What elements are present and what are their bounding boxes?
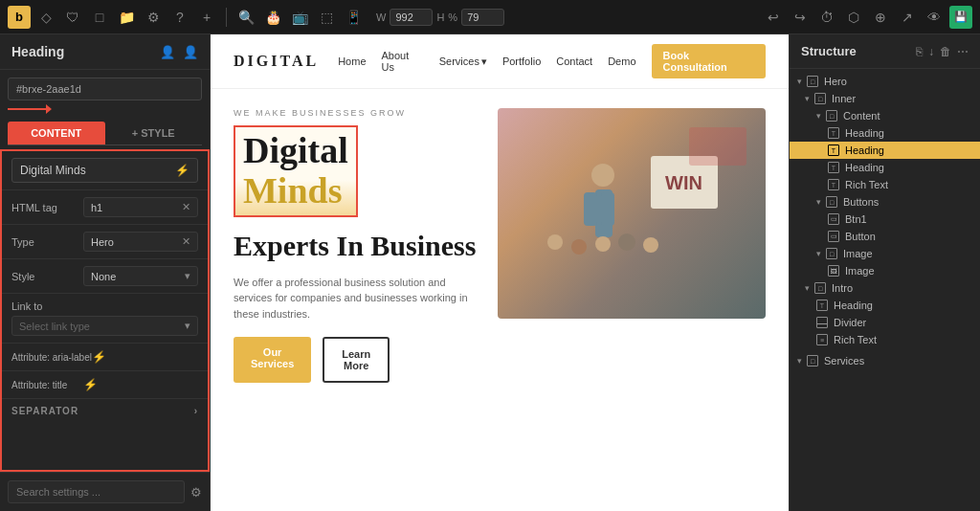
hero-buttons: Our Services Learn More: [234, 337, 479, 383]
tree-item-button[interactable]: ▭ Button: [790, 228, 980, 245]
tree-item-buttons[interactable]: ▾ □ Buttons: [790, 193, 980, 211]
nav-cta-button[interactable]: Book Consultation: [652, 44, 766, 78]
heading1-t-icon: T: [828, 127, 839, 139]
nav-demo[interactable]: Demo: [608, 56, 635, 67]
folder-icon[interactable]: 📁: [115, 6, 138, 29]
hero-chevron: ▾: [797, 77, 802, 86]
content-tab[interactable]: CONTENT: [8, 122, 105, 144]
monitor-icon[interactable]: 📺: [288, 6, 311, 29]
gear-icon[interactable]: ⚙: [142, 6, 165, 29]
html-tag-clear[interactable]: ✕: [182, 201, 190, 213]
wp-icon[interactable]: ⊕: [869, 6, 892, 29]
heading-arrow[interactable]: ⚡: [175, 164, 189, 177]
services-chevron: ▾: [797, 356, 802, 366]
attr-aria-btn[interactable]: ⚡: [92, 350, 106, 364]
search-icon[interactable]: 🔍: [234, 6, 257, 29]
hero-heading-selected[interactable]: Digital Minds: [234, 125, 358, 217]
layers-icon[interactable]: ⬚: [315, 6, 338, 29]
tree-item-intro[interactable]: ▾ □ Intro: [790, 279, 980, 297]
add-icon[interactable]: +: [195, 6, 218, 29]
link-chevron[interactable]: ▾: [185, 320, 190, 332]
type-value[interactable]: Hero ✕: [83, 232, 198, 252]
nav-services[interactable]: Services▾: [439, 56, 487, 68]
style-value[interactable]: None ▾: [83, 266, 198, 286]
svg-point-6: [571, 239, 587, 255]
heading-value-row: Digital Minds ⚡: [2, 151, 208, 190]
percent-input[interactable]: [461, 9, 504, 26]
pointer-icon[interactable]: ◇: [34, 6, 57, 29]
our-services-button[interactable]: Our Services: [234, 337, 311, 383]
tree-label-inner: Inner: [832, 93, 856, 104]
buttons-chevron: ▾: [816, 197, 821, 207]
width-input[interactable]: [390, 9, 433, 26]
nav-portfolio[interactable]: Portfolio: [502, 56, 541, 67]
btn1-icon: ▭: [828, 213, 839, 225]
tree-item-intro-heading[interactable]: T Heading: [790, 297, 980, 314]
heading-value-field[interactable]: Digital Minds ⚡: [11, 158, 198, 183]
eye-icon[interactable]: 👁: [923, 6, 946, 29]
nav-contact[interactable]: Contact: [556, 56, 592, 67]
style-clear[interactable]: ▾: [185, 270, 190, 282]
svg-rect-3: [584, 192, 597, 226]
id-field: [8, 78, 202, 114]
tree-item-image-container[interactable]: ▾ □ Image: [790, 245, 980, 262]
person-icon[interactable]: 👤: [160, 45, 175, 59]
search-gear-icon[interactable]: ⚙: [190, 485, 202, 500]
tree-item-btn1[interactable]: ▭ Btn1: [790, 211, 980, 228]
copy-icon[interactable]: ⎘: [916, 45, 923, 58]
undo-icon[interactable]: ↩: [762, 6, 785, 29]
type-row: Type Hero ✕: [2, 225, 208, 259]
type-clear[interactable]: ✕: [182, 235, 190, 248]
history-icon[interactable]: ⏱: [815, 6, 838, 29]
separator-row[interactable]: SEPARATOR ›: [2, 399, 208, 423]
redo-icon[interactable]: ↪: [789, 6, 812, 29]
app-logo[interactable]: b: [8, 6, 31, 29]
layers2-icon[interactable]: ⬡: [842, 6, 865, 29]
button-icon: ▭: [828, 231, 839, 242]
html-tag-value[interactable]: h1 ✕: [83, 197, 198, 217]
svg-point-1: [591, 164, 614, 187]
tree-item-hero[interactable]: ▾ □ Hero: [790, 73, 980, 90]
canvas-inner: DIGITAL Home About Us Services▾ Portfoli…: [211, 34, 789, 511]
search-input[interactable]: [8, 480, 185, 503]
learn-more-button[interactable]: Learn More: [323, 337, 390, 383]
svg-point-5: [547, 234, 563, 250]
nav-home[interactable]: Home: [338, 56, 366, 67]
download-icon[interactable]: ↓: [928, 45, 934, 58]
heading-text: Digital Minds: [20, 164, 86, 177]
help-icon[interactable]: ?: [168, 6, 191, 29]
tree-label-content: Content: [843, 110, 880, 122]
tree-item-services[interactable]: ▾ □ Services: [790, 352, 980, 369]
tree-label-services: Services: [824, 355, 864, 367]
tree-item-heading2[interactable]: T Heading: [790, 142, 980, 159]
search-bar: ⚙: [0, 472, 210, 511]
phone-icon[interactable]: 📱: [342, 6, 365, 29]
image-icon: 🖼: [828, 265, 839, 277]
page-icon[interactable]: □: [88, 6, 111, 29]
tree-item-divider[interactable]: — Divider: [790, 314, 980, 331]
nav-about[interactable]: About Us: [382, 50, 424, 73]
save-icon[interactable]: 💾: [949, 6, 972, 29]
tree-item-richtext[interactable]: T Rich Text: [790, 176, 980, 193]
more-icon[interactable]: ⋯: [957, 45, 969, 58]
person2-icon[interactable]: 👤: [183, 45, 198, 59]
tree-item-inner[interactable]: ▾ □ Inner: [790, 90, 980, 107]
tree-item-content[interactable]: ▾ □ Content: [790, 107, 980, 124]
html-tag-row: HTML tag h1 ✕: [2, 190, 208, 225]
link-to-value[interactable]: Select link type ▾: [11, 316, 198, 336]
tree-item-image[interactable]: 🖼 Image: [790, 262, 980, 279]
intro-chevron: ▾: [805, 283, 810, 293]
tree-item-intro-richtext[interactable]: ≡ Rich Text: [790, 331, 980, 348]
export-icon[interactable]: ↗: [896, 6, 919, 29]
tree-item-heading3[interactable]: T Heading: [790, 159, 980, 176]
trash-icon[interactable]: 🗑: [940, 45, 951, 58]
cake-icon[interactable]: 🎂: [261, 6, 284, 29]
link-to-placeholder: Select link type: [19, 321, 90, 332]
attr-title-btn[interactable]: ⚡: [83, 378, 98, 391]
id-input[interactable]: [8, 78, 202, 100]
w-label: W: [376, 11, 386, 23]
style-tab[interactable]: + STYLE: [105, 122, 203, 144]
shield-icon[interactable]: 🛡: [61, 6, 84, 29]
tree-item-heading1[interactable]: T Heading: [790, 124, 980, 142]
tree-label-buttons: Buttons: [843, 196, 879, 208]
